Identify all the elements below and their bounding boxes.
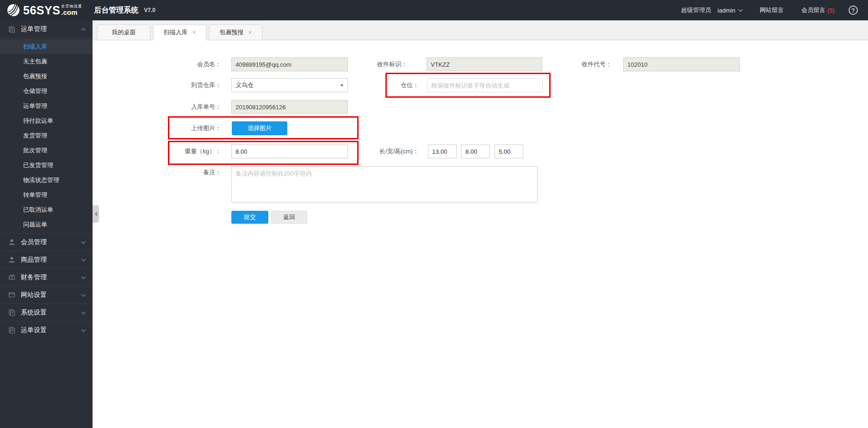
close-icon[interactable]: ×	[192, 29, 196, 36]
sidebar-group-label: 系统设置	[21, 308, 82, 317]
sidebar-group-label: 网站设置	[21, 291, 82, 299]
close-icon[interactable]: ×	[248, 29, 252, 36]
member-messages-link[interactable]: 会员留言 (5)	[801, 6, 835, 14]
member-name-field	[231, 57, 348, 71]
sidebar-item-batch-management[interactable]: 批次管理	[0, 143, 93, 158]
tab-label: 包裹预报	[219, 28, 243, 37]
sidebar-group-finance-management[interactable]: 财务管理	[0, 268, 93, 286]
sidebar-item-shipped-management[interactable]: 已发货管理	[0, 158, 93, 173]
chevron-down-icon	[81, 274, 86, 279]
tab-package-forecast[interactable]: 包裹预报 ×	[209, 25, 262, 40]
sidebar-group-member-management[interactable]: 会员管理	[0, 233, 93, 251]
waybill-icon	[8, 26, 15, 33]
recipient-code-label: 收件代号：	[537, 57, 612, 71]
sidebar-group-label: 运单设置	[21, 326, 82, 334]
chevron-down-icon	[81, 327, 86, 332]
logo-globe-icon	[6, 3, 20, 17]
sidebar-item-package-forecast[interactable]: 包裹预报	[0, 69, 93, 84]
tab-my-desktop[interactable]: 我的桌面	[97, 25, 150, 40]
document-icon	[8, 309, 15, 316]
user-menu[interactable]: iadmin	[718, 7, 742, 14]
sidebar-group-label: 商品管理	[21, 256, 82, 264]
help-glyph: ?	[851, 7, 855, 14]
tab-scan-inbound[interactable]: 扫描入库 ×	[153, 25, 206, 40]
sidebar-item-scan-inbound[interactable]: 扫描入库	[0, 39, 93, 54]
sidebar-submenu: 扫描入库 无主包裹 包裹预报 仓储管理 运单管理 待付款运单 发货管理 批次管理…	[0, 38, 93, 233]
chevron-up-icon	[81, 28, 86, 32]
tab-bar: 我的桌面 扫描入库 × 包裹预报 ×	[93, 20, 868, 40]
width-field[interactable]	[461, 145, 490, 158]
app-title: 后台管理系统	[94, 6, 138, 15]
slot-field[interactable]	[427, 78, 543, 92]
user-role-label: 超级管理员	[681, 6, 711, 14]
dimensions-label: 长/宽/高(cm)：	[352, 145, 419, 158]
sidebar: 运单管理 扫描入库 无主包裹 包裹预报 仓储管理 运单管理 待付款运单 发货管理…	[0, 20, 93, 428]
collapse-arrow-icon	[94, 212, 97, 216]
slot-label: 仓位：	[389, 78, 419, 92]
chevron-down-icon	[81, 239, 86, 244]
selected-warehouse: 义乌仓	[236, 81, 254, 89]
recipient-mark-label: 收件标识：	[333, 57, 407, 71]
upload-image-label: 上传图片：	[134, 121, 221, 135]
help-icon[interactable]: ?	[849, 6, 858, 15]
sidebar-item-problem-waybills[interactable]: 问题运单	[0, 217, 93, 232]
recipient-mark-field	[427, 57, 542, 71]
recipient-code-field	[623, 57, 740, 71]
sidebar-group-product-management[interactable]: 商品管理	[0, 251, 93, 268]
sidebar-item-unclaimed-packages[interactable]: 无主包裹	[0, 54, 93, 69]
arrival-warehouse-select[interactable]: 义乌仓 ▼	[231, 78, 348, 92]
logo-tagline: 全景物流通	[61, 5, 82, 8]
sidebar-group-waybill-settings[interactable]: 运单设置	[0, 321, 93, 339]
chevron-down-icon	[81, 257, 86, 261]
length-field[interactable]	[428, 145, 457, 158]
site-messages-link[interactable]: 网站留言	[760, 6, 784, 14]
arrival-warehouse-label: 到货仓库：	[134, 78, 221, 92]
sidebar-item-waybill-management[interactable]: 运单管理	[0, 99, 93, 113]
submit-button[interactable]: 提交	[231, 211, 268, 224]
sidebar-group-label: 财务管理	[21, 273, 82, 282]
sidebar-item-pending-payment-waybills[interactable]: 待付款运单	[0, 113, 93, 128]
user-icon	[8, 256, 15, 263]
tab-label: 扫描入库	[163, 28, 187, 37]
sidebar-group-website-settings[interactable]: 网站设置	[0, 286, 93, 303]
sidebar-item-transfer-management[interactable]: 转单管理	[0, 188, 93, 202]
tab-label: 我的桌面	[112, 28, 136, 37]
logo: 56SYS 全景物流通 .com	[6, 3, 82, 17]
sidebar-collapse-handle[interactable]	[93, 205, 99, 223]
main-area: 我的桌面 扫描入库 × 包裹预报 × 会员名： 收件标识： 收件代号：	[93, 20, 868, 428]
user-icon	[8, 239, 15, 245]
username: iadmin	[718, 7, 735, 14]
dropdown-arrow-icon: ▼	[340, 83, 344, 88]
sidebar-group-system-settings[interactable]: 系统设置	[0, 303, 93, 321]
weight-label: 重量（kg）：	[134, 145, 221, 158]
remark-label: 备注：	[134, 166, 221, 178]
chevron-down-icon	[738, 7, 743, 12]
height-field[interactable]	[495, 145, 523, 158]
document-icon	[8, 327, 15, 334]
sidebar-item-cancelled-waybills[interactable]: 已取消运单	[0, 202, 93, 217]
scan-inbound-form: 会员名： 收件标识： 收件代号： 到货仓库： 义乌仓 ▼ 仓位： 入库单号： 上…	[93, 40, 868, 428]
sidebar-group-label: 会员管理	[21, 238, 82, 246]
inbound-no-label: 入库单号：	[134, 100, 221, 114]
sidebar-group-waybill-management[interactable]: 运单管理	[0, 20, 93, 38]
app-window: 56SYS 全景物流通 .com 后台管理系统 V7.0 超级管理员 iadmi…	[0, 0, 868, 428]
app-version: V7.0	[144, 7, 155, 13]
member-messages-count: (5)	[827, 7, 835, 14]
back-button[interactable]: 返回	[271, 211, 307, 224]
sidebar-item-logistics-status-management[interactable]: 物流状态管理	[0, 173, 93, 188]
sidebar-group-label: 运单管理	[21, 25, 82, 33]
member-messages-label: 会员留言	[801, 6, 825, 14]
logo-text: 56SYS	[23, 4, 60, 17]
top-header: 56SYS 全景物流通 .com 后台管理系统 V7.0 超级管理员 iadmi…	[0, 0, 868, 20]
finance-icon	[8, 274, 15, 281]
remark-field[interactable]	[231, 166, 538, 202]
chevron-down-icon	[81, 292, 86, 296]
sidebar-item-warehouse-management[interactable]: 仓储管理	[0, 84, 93, 99]
weight-field[interactable]	[231, 145, 348, 158]
inbound-no-field	[231, 100, 348, 114]
browser-window-icon	[8, 291, 15, 298]
member-name-label: 会员名：	[134, 57, 221, 71]
sidebar-item-shipping-management[interactable]: 发货管理	[0, 128, 93, 143]
chevron-down-icon	[81, 309, 86, 314]
choose-image-button[interactable]: 选择图片	[232, 121, 287, 135]
